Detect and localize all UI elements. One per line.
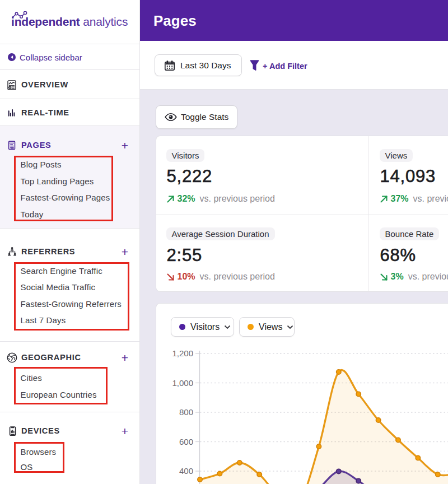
svg-text:800: 800	[179, 407, 193, 417]
svg-text:600: 600	[179, 437, 193, 446]
svg-text:1,200: 1,200	[172, 348, 193, 358]
svg-text:400: 400	[179, 466, 193, 476]
svg-text:1,000: 1,000	[172, 378, 193, 388]
